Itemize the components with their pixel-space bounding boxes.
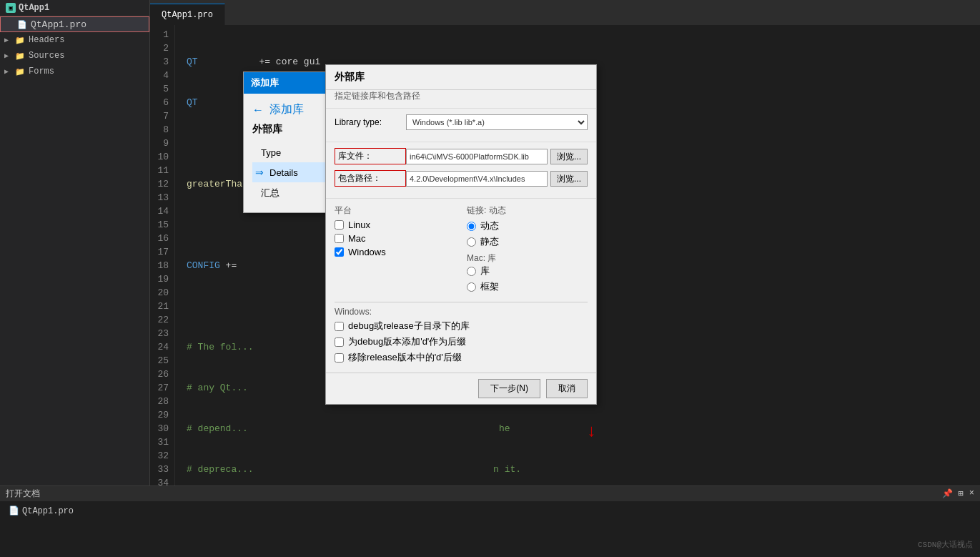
link-section: 链接: 动态 动态 静态 Mac: 库 库 <box>467 204 588 296</box>
next-button[interactable]: 下一步(N) <box>478 379 540 398</box>
windows-section: Windows: debug或release子目录下的库 为debug版本添加'… <box>335 302 588 364</box>
debug-release-label: debug或release子目录下的库 <box>348 320 470 332</box>
bottom-panel-pin-icon[interactable]: 📌 <box>942 488 953 499</box>
headers-arrow: ▶ <box>4 36 13 44</box>
project-name-label: QtApp1 <box>19 3 49 13</box>
mac-lib-label: 库 <box>480 265 490 277</box>
lib-path-section: 库文件： 浏览... 包含路径： 浏览... <box>326 142 596 198</box>
library-type-select[interactable]: Windows (*.lib lib*.a) <box>406 114 588 130</box>
bottom-panel: 打开文档 📌 ⊞ × 📄 QtApp1.pro <box>0 485 980 557</box>
wizard-details-label: Details <box>269 167 298 178</box>
windows-label: Windows <box>348 247 386 257</box>
sidebar-item-pro-file[interactable]: 📄 QtApp1.pro <box>0 16 149 32</box>
sources-icon: 📁 <box>14 50 26 61</box>
forms-arrow: ▶ <box>4 67 13 76</box>
sidebar-item-headers[interactable]: ▶ 📁 Headers <box>0 32 149 48</box>
forms-icon: 📁 <box>14 66 26 77</box>
mac-label: Mac <box>348 233 366 244</box>
sidebar: ▣ QtApp1 📄 QtApp1.pro ▶ 📁 Headers ▶ 📁 So… <box>0 0 150 485</box>
lib-file-input[interactable] <box>406 149 548 164</box>
lib-file-row: 库文件： 浏览... <box>335 148 588 164</box>
static-radio[interactable] <box>467 237 476 247</box>
bottom-panel-content: 📄 QtApp1.pro <box>0 501 980 557</box>
sidebar-item-sources[interactable]: ▶ 📁 Sources <box>0 48 149 64</box>
windows-checkbox-row: Windows <box>335 247 455 257</box>
mac-checkbox[interactable] <box>335 234 344 243</box>
ext-lib-title: 外部库 <box>335 71 365 82</box>
static-label: 静态 <box>480 235 499 248</box>
mac-checkbox-row: Mac <box>335 233 455 244</box>
dynamic-radio-row: 动态 <box>467 220 588 232</box>
tab-label: QtApp1.pro <box>162 10 213 20</box>
pro-file-icon: 📄 <box>16 19 28 30</box>
tab-bar: QtApp1.pro <box>150 0 980 25</box>
red-arrow-indicator: ↓ <box>586 422 596 441</box>
include-path-label: 包含路径： <box>335 170 406 187</box>
bottom-panel-header: 打开文档 📌 ⊞ × <box>0 486 980 501</box>
dynamic-label: 动态 <box>480 220 499 232</box>
wizard-summary-label: 汇总 <box>261 187 279 199</box>
library-type-row: Library type: Windows (*.lib lib*.a) <box>335 114 588 130</box>
include-path-row: 包含路径： 浏览... <box>335 170 588 187</box>
sources-arrow: ▶ <box>4 51 13 60</box>
sidebar-item-forms[interactable]: ▶ 📁 Forms <box>0 64 149 79</box>
sources-label: Sources <box>29 51 64 61</box>
platform-link-row: 平台 Linux Mac Windows <box>335 204 588 296</box>
include-path-browse-button[interactable]: 浏览... <box>550 171 588 187</box>
platform-link-section: 平台 Linux Mac Windows <box>326 198 596 373</box>
debug-suffix-checkbox-row: 为debug版本添加'd'作为后缀 <box>335 335 588 348</box>
ext-lib-title-bar: 外部库 <box>326 65 596 90</box>
mac-lib-radio-row: 库 <box>467 265 588 277</box>
remove-release-checkbox[interactable] <box>335 353 344 363</box>
static-radio-row: 静态 <box>467 235 588 248</box>
bottom-panel-close-icon[interactable]: × <box>969 488 974 499</box>
ext-lib-subtitle: 指定链接库和包含路径 <box>326 90 596 108</box>
headers-icon: 📁 <box>14 34 26 46</box>
link-title: 链接: 动态 <box>467 204 588 217</box>
windows-checkbox[interactable] <box>335 247 344 257</box>
wizard-back-label: 添加库 <box>269 102 304 117</box>
watermark: CSDN@大话视点 <box>918 539 973 550</box>
project-icon: ▣ <box>6 3 16 13</box>
wizard-type-label: Type <box>261 147 281 158</box>
windows-section-title: Windows: <box>335 307 588 317</box>
bottom-panel-split-icon[interactable]: ⊞ <box>959 488 964 499</box>
tab-qtapp1-pro[interactable]: QtApp1.pro <box>150 4 225 25</box>
ext-lib-footer: 下一步(N) 取消 <box>326 373 596 404</box>
mac-framework-radio-row: 框架 <box>467 280 588 293</box>
project-title: ▣ QtApp1 <box>0 0 149 16</box>
linux-checkbox[interactable] <box>335 220 344 230</box>
remove-release-checkbox-row: 移除release版本中的'd'后缀 <box>335 351 588 364</box>
platform-title: 平台 <box>335 204 455 217</box>
headers-label: Headers <box>29 35 64 45</box>
back-arrow-icon: ← <box>252 104 264 117</box>
debug-suffix-checkbox[interactable] <box>335 337 344 347</box>
open-docs-file[interactable]: 📄 QtApp1.pro <box>6 504 974 518</box>
linux-label: Linux <box>348 220 370 230</box>
cancel-button[interactable]: 取消 <box>546 379 588 398</box>
include-path-input[interactable] <box>406 171 548 187</box>
debug-release-checkbox[interactable] <box>335 322 344 331</box>
mac-lib-radio[interactable] <box>467 267 476 276</box>
line-numbers: 1 2 3 4 5 6 7 8 9 10 11 12 13 14 <box>150 25 175 485</box>
open-docs-file-label: QtApp1.pro <box>22 506 74 516</box>
library-type-label: Library type: <box>335 117 406 127</box>
debug-release-checkbox-row: debug或release子目录下的库 <box>335 320 588 332</box>
mac-section-label: Mac: 库 <box>467 252 588 265</box>
details-arrow-icon: ⇒ <box>255 167 264 178</box>
lib-file-label: 库文件： <box>335 148 406 164</box>
bottom-panel-title: 打开文档 <box>6 488 40 500</box>
debug-suffix-label: 为debug版本添加'd'作为后缀 <box>348 335 466 348</box>
lib-file-browse-button[interactable]: 浏览... <box>550 149 588 164</box>
platform-section: 平台 Linux Mac Windows <box>335 204 455 296</box>
remove-release-label: 移除release版本中的'd'后缀 <box>348 351 462 364</box>
linux-checkbox-row: Linux <box>335 220 455 230</box>
pro-file-label: QtApp1.pro <box>31 19 86 30</box>
ext-lib-dialog: 外部库 指定链接库和包含路径 Library type: Windows (*.… <box>325 64 597 405</box>
dynamic-radio[interactable] <box>467 222 476 231</box>
forms-label: Forms <box>29 66 54 77</box>
mac-framework-label: 框架 <box>480 280 499 293</box>
mac-framework-radio[interactable] <box>467 282 476 292</box>
library-type-section: Library type: Windows (*.lib lib*.a) <box>326 108 596 142</box>
wizard-title: 添加库 <box>251 77 279 89</box>
